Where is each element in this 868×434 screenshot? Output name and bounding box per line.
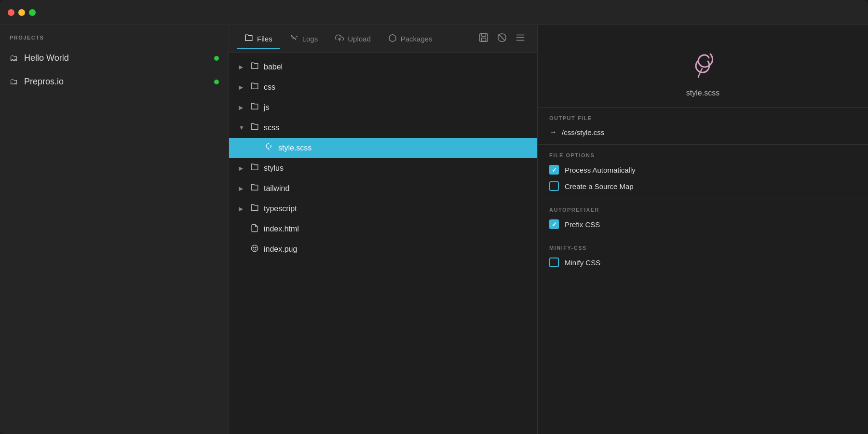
output-file-title: OUTPUT FILE — [549, 115, 856, 121]
tree-item-index-pug[interactable]: index.pug — [229, 239, 537, 259]
checkbox-minify-css[interactable]: Minify CSS — [549, 258, 856, 267]
tree-label: js — [264, 103, 270, 112]
chevron-right-icon: ▶ — [239, 64, 245, 70]
files-icon — [244, 34, 253, 44]
tree-item-css[interactable]: ▶ css — [229, 77, 537, 97]
autoprefixer-title: AUTOPREFIXER — [549, 207, 856, 213]
tab-upload[interactable]: Upload — [327, 30, 379, 49]
tab-packages-label: Packages — [401, 35, 433, 43]
file-options-title: FILE OPTIONS — [549, 152, 856, 158]
scss-large-icon — [684, 44, 722, 83]
upload-icon — [335, 34, 344, 44]
tree-label: babel — [264, 63, 283, 71]
sidebar-header: PROJECTS — [0, 25, 229, 46]
svg-point-10 — [251, 245, 258, 252]
tree-item-js[interactable]: ▶ js — [229, 97, 537, 118]
html-file-icon — [250, 224, 259, 234]
chevron-right-icon: ▶ — [239, 104, 245, 111]
tab-logs[interactable]: Logs — [282, 30, 326, 49]
save-icon[interactable] — [478, 32, 489, 45]
tab-files-label: Files — [257, 35, 272, 43]
project-list: 🗂 Hello World 🗂 Prepros.io — [0, 46, 229, 94]
checkbox-source-map[interactable]: Create a Source Map — [549, 181, 856, 191]
close-button[interactable] — [8, 9, 14, 16]
tree-label: tailwind — [264, 184, 289, 193]
svg-point-11 — [253, 247, 254, 248]
minify-section: MINIFY-CSS Minify CSS — [538, 237, 868, 275]
tab-bar: Files Logs — [229, 25, 537, 53]
status-dot — [214, 80, 219, 84]
checkbox-minify-css-label: Minify CSS — [565, 258, 600, 267]
tree-item-stylus[interactable]: ▶ stylus — [229, 158, 537, 178]
chevron-right-icon: ▶ — [239, 205, 245, 212]
output-path[interactable]: → /css/style.css — [549, 128, 856, 136]
project-item-prepros[interactable]: 🗂 Prepros.io — [0, 70, 229, 94]
folder-icon — [250, 62, 259, 72]
checkbox-process-auto-box[interactable] — [549, 165, 559, 175]
tree-label: index.pug — [264, 245, 297, 254]
output-file-section: OUTPUT FILE → /css/style.css — [538, 107, 868, 144]
checkbox-minify-css-box[interactable] — [549, 258, 559, 267]
tree-item-index-html[interactable]: index.html — [229, 219, 537, 239]
checkbox-prefix-css-box[interactable] — [549, 219, 559, 229]
chevron-right-icon: ▶ — [239, 185, 245, 192]
checkbox-process-auto-label: Process Automatically — [565, 166, 636, 174]
chevron-down-icon: ▼ — [239, 124, 245, 131]
folder-icon — [250, 203, 259, 214]
folder-icon — [250, 163, 259, 174]
folder-icon — [250, 82, 259, 93]
file-panel: Files Logs — [229, 25, 538, 434]
project-name: Prepros.io — [24, 77, 208, 87]
tree-item-style-scss[interactable]: style.scss — [229, 138, 537, 158]
tree-item-babel[interactable]: ▶ babel — [229, 57, 537, 77]
folder-icon — [250, 183, 259, 194]
folder-icon — [250, 122, 259, 133]
tree-label: index.html — [264, 225, 299, 233]
checkbox-source-map-box[interactable] — [549, 181, 559, 191]
autoprefixer-section: AUTOPREFIXER Prefix CSS — [538, 199, 868, 237]
maximize-button[interactable] — [29, 9, 36, 16]
svg-line-6 — [499, 34, 505, 41]
packages-icon — [388, 34, 397, 44]
detail-file-header: style.scss — [538, 25, 868, 107]
tree-item-scss[interactable]: ▼ scss — [229, 118, 537, 138]
minimize-button[interactable] — [18, 9, 25, 16]
folder-icon: 🗂 — [10, 77, 18, 87]
minify-title: MINIFY-CSS — [549, 245, 856, 251]
folder-icon: 🗂 — [10, 53, 18, 63]
arrow-icon: → — [549, 128, 557, 136]
checkbox-prefix-css-label: Prefix CSS — [565, 220, 600, 229]
tab-packages[interactable]: Packages — [380, 30, 440, 49]
menu-icon[interactable] — [515, 32, 526, 45]
tab-logs-label: Logs — [302, 35, 318, 43]
logs-icon — [290, 34, 298, 44]
svg-rect-2 — [480, 34, 488, 42]
refresh-icon[interactable] — [497, 32, 507, 45]
svg-point-12 — [255, 247, 256, 248]
project-item-hello-world[interactable]: 🗂 Hello World — [0, 46, 229, 70]
header-icons — [478, 32, 529, 45]
output-path-value: /css/style.css — [562, 128, 604, 136]
svg-rect-3 — [481, 34, 486, 37]
tab-files[interactable]: Files — [237, 30, 280, 49]
tree-label: typescript — [264, 204, 297, 213]
checkbox-source-map-label: Create a Source Map — [565, 182, 634, 190]
pug-file-icon — [250, 244, 259, 255]
main-layout: PROJECTS 🗂 Hello World 🗂 Prepros.io — [0, 25, 868, 434]
checkbox-prefix-css[interactable]: Prefix CSS — [549, 219, 856, 229]
right-panel: Files Logs — [229, 25, 868, 434]
tree-label: css — [264, 83, 275, 92]
tree-item-typescript[interactable]: ▶ typescript — [229, 199, 537, 219]
chevron-right-icon: ▶ — [239, 165, 245, 172]
detail-filename: style.scss — [686, 89, 719, 97]
sidebar: PROJECTS 🗂 Hello World 🗂 Prepros.io — [0, 25, 229, 434]
file-options-section: FILE OPTIONS Process Automatically Creat… — [538, 144, 868, 199]
project-name: Hello World — [24, 53, 208, 63]
tree-label: stylus — [264, 164, 284, 173]
traffic-lights — [8, 9, 36, 16]
svg-rect-4 — [481, 38, 486, 41]
scss-file-icon — [265, 143, 273, 153]
checkbox-process-auto[interactable]: Process Automatically — [549, 165, 856, 175]
tab-upload-label: Upload — [348, 35, 371, 43]
tree-item-tailwind[interactable]: ▶ tailwind — [229, 178, 537, 199]
